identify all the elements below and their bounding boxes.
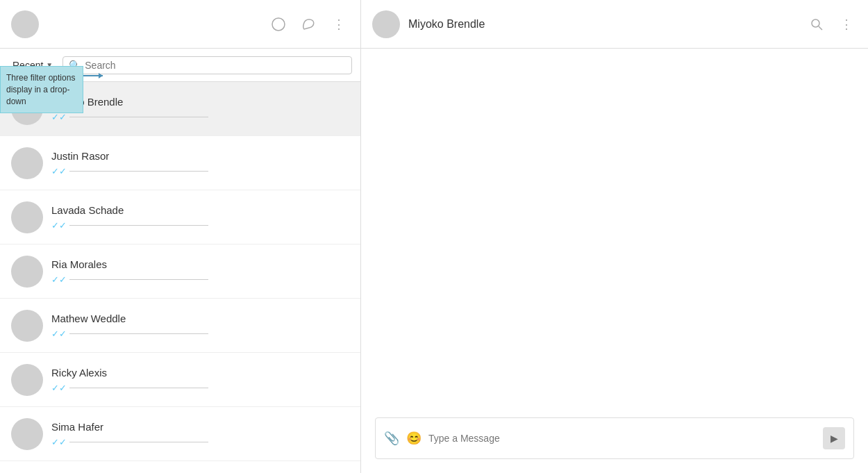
- read-receipt-icon: ✓✓: [51, 166, 67, 176]
- search-container: 🔍: [62, 56, 352, 74]
- contact-name: Ricky Alexis: [51, 367, 349, 379]
- send-icon: ▶: [831, 433, 838, 444]
- chat-search-icon[interactable]: [807, 15, 826, 34]
- sidebar-topbar: ⋮: [0, 0, 360, 49]
- avatar: [11, 310, 43, 342]
- avatar: [11, 418, 43, 450]
- contact-name: Justin Rasor: [51, 150, 349, 162]
- read-receipt-icon: ✓✓: [51, 437, 67, 447]
- attachment-icon[interactable]: 📎: [384, 431, 399, 446]
- read-receipt-icon: ✓✓: [51, 329, 67, 339]
- contact-item[interactable]: Justin Rasor ✓✓: [0, 136, 360, 190]
- svg-point-0: [272, 18, 285, 31]
- avatar: [11, 147, 43, 179]
- annotation-text: Three filter options display in a drop-d…: [6, 73, 75, 106]
- contact-item[interactable]: Ria Morales ✓✓: [0, 244, 360, 299]
- contact-preview: ✓✓: [51, 166, 349, 176]
- search-input[interactable]: [85, 60, 346, 71]
- read-receipt-icon: ✓✓: [51, 220, 67, 231]
- preview-line: [69, 279, 208, 280]
- send-button[interactable]: ▶: [823, 427, 845, 449]
- message-input[interactable]: [428, 433, 816, 444]
- avatar: [11, 201, 43, 233]
- sidebar-user-avatar: [11, 10, 39, 38]
- contact-item[interactable]: Sima Hafer ✓✓: [0, 407, 360, 461]
- preview-line: [69, 225, 208, 226]
- contact-preview: ✓✓: [51, 383, 349, 393]
- chat-panel: Miyoko Brendle ⋮ 📎 😊 ▶: [361, 0, 868, 473]
- preview-line: [69, 388, 208, 388]
- preview-line: [69, 117, 208, 117]
- preview-line: [69, 171, 208, 172]
- contact-name: Sima Hafer: [51, 421, 349, 433]
- contact-info: Ria Morales ✓✓: [51, 258, 349, 285]
- contact-list: Miyoko Brendle ✓✓ Justin Rasor ✓✓ Lavada…: [0, 82, 360, 473]
- contact-info: Ricky Alexis ✓✓: [51, 367, 349, 393]
- avatar: [11, 256, 43, 288]
- contact-info: Lavada Schade ✓✓: [51, 204, 349, 231]
- contact-name: Ria Morales: [51, 258, 349, 270]
- contact-info: Sima Hafer ✓✓: [51, 421, 349, 447]
- contact-info: Justin Rasor ✓✓: [51, 150, 349, 176]
- chat-contact-avatar: [372, 10, 400, 38]
- preview-line: [69, 333, 208, 334]
- emoji-icon[interactable]: 😊: [406, 431, 422, 446]
- presence-icon[interactable]: [269, 15, 288, 34]
- contact-item[interactable]: Lavada Schade ✓✓: [0, 190, 360, 244]
- contact-name: Miyoko Brendle: [51, 96, 349, 108]
- contact-item[interactable]: Mathew Weddle ✓✓: [0, 299, 360, 353]
- avatar: [11, 364, 43, 396]
- contact-info: Miyoko Brendle ✓✓: [51, 96, 349, 122]
- svg-line-2: [819, 26, 822, 30]
- contact-preview: ✓✓: [51, 112, 349, 122]
- contact-item[interactable]: Ricky Alexis ✓✓: [0, 353, 360, 407]
- chat-messages-area: [361, 49, 868, 410]
- read-receipt-icon: ✓✓: [51, 274, 67, 285]
- chat-topbar-icons: ⋮: [807, 15, 857, 34]
- message-input-area: 📎 😊 ▶: [375, 417, 854, 459]
- read-receipt-icon: ✓✓: [51, 383, 67, 393]
- svg-point-1: [812, 19, 819, 27]
- sidebar-more-icon[interactable]: ⋮: [330, 15, 349, 34]
- contact-preview: ✓✓: [51, 220, 349, 231]
- contact-preview: ✓✓: [51, 274, 349, 285]
- contact-name: Lavada Schade: [51, 204, 349, 216]
- annotation-box: Three filter options display in a drop-d…: [0, 66, 83, 113]
- contact-preview: ✓✓: [51, 329, 349, 339]
- contact-preview: ✓✓: [51, 437, 349, 447]
- chat-contact-name: Miyoko Brendle: [408, 18, 799, 31]
- annotation-arrow: [83, 75, 103, 76]
- chat-topbar: Miyoko Brendle ⋮: [361, 0, 868, 49]
- contact-name: Mathew Weddle: [51, 313, 349, 324]
- chat-more-icon[interactable]: ⋮: [837, 15, 857, 34]
- new-chat-icon[interactable]: [299, 15, 319, 34]
- preview-line: [69, 442, 208, 442]
- contact-info: Mathew Weddle ✓✓: [51, 313, 349, 339]
